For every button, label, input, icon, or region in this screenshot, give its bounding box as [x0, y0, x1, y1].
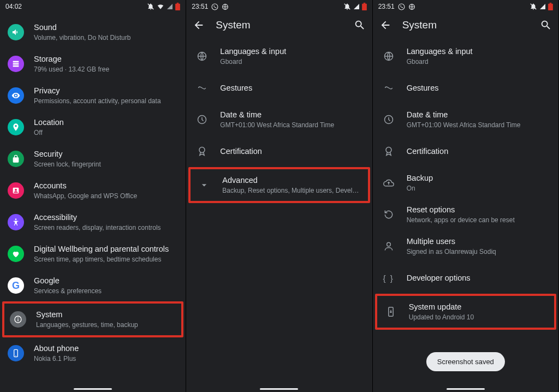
svg-point-6	[15, 94, 16, 96]
system-panel-collapsed: 23:51 System Languages & inputGboard Ges…	[186, 0, 372, 392]
highlight-box: System updateUpdated to Android 10	[375, 294, 556, 330]
row-title: Certification	[220, 146, 364, 157]
row-title: Location	[34, 117, 178, 128]
page-header: System	[373, 13, 558, 37]
system-item-languages[interactable]: Languages & inputGboard	[373, 40, 558, 72]
browser-icon	[408, 3, 415, 10]
google-icon: G	[8, 277, 24, 294]
row-sub: Permissions, account activity, personal …	[34, 97, 178, 105]
row-title: Privacy	[34, 86, 178, 96]
settings-item-storage[interactable]: Storage79% used · 13.42 GB free	[0, 48, 186, 80]
row-title: Backup	[407, 173, 551, 183]
accounts-icon	[8, 182, 24, 199]
page-title: System	[402, 19, 529, 31]
gestures-icon	[380, 80, 397, 96]
signal-icon	[166, 3, 173, 10]
row-title: Date & time	[220, 110, 364, 120]
row-title: Gestures	[407, 83, 551, 93]
system-icon	[10, 311, 26, 328]
settings-item-sound[interactable]: SoundVolume, vibration, Do Not Disturb	[0, 16, 186, 48]
clock-icon	[380, 111, 397, 128]
toast-screenshot-saved[interactable]: Screenshot saved	[426, 352, 505, 371]
svg-point-8	[15, 189, 17, 191]
code-icon: { }	[380, 270, 397, 286]
row-sub: WhatsApp, Google and WPS Office	[34, 192, 178, 200]
clock: 04:02	[5, 3, 22, 10]
row-sub: Nokia 6.1 Plus	[34, 354, 178, 363]
system-update-icon	[383, 304, 399, 320]
row-title: Accounts	[34, 181, 178, 191]
certification-icon	[380, 143, 397, 159]
settings-item-about[interactable]: About phoneNokia 6.1 Plus	[0, 337, 186, 369]
system-item-datetime[interactable]: Date & timeGMT+01:00 West Africa Standar…	[373, 104, 558, 135]
row-sub: Updated to Android 10	[409, 313, 549, 322]
system-item-advanced[interactable]: AdvancedBackup, Reset options, Multiple …	[191, 169, 367, 201]
certification-icon	[194, 143, 210, 159]
row-title: Certification	[407, 146, 551, 157]
page-header: System	[186, 13, 372, 37]
row-sub: Services & preferences	[34, 287, 178, 295]
signal-icon	[539, 3, 546, 10]
wifi-icon	[157, 3, 164, 10]
nav-handle[interactable]	[74, 388, 112, 390]
search-icon[interactable]	[354, 19, 366, 31]
system-item-reset[interactable]: Reset optionsNetwork, apps or device can…	[373, 199, 558, 230]
signal-icon	[353, 3, 360, 10]
system-item-developer[interactable]: { } Developer options	[373, 262, 558, 294]
system-item-certification[interactable]: Certification	[186, 135, 372, 167]
svg-rect-27	[550, 3, 552, 4]
row-title: Sound	[34, 22, 178, 33]
svg-rect-3	[13, 61, 19, 63]
svg-point-22	[199, 147, 205, 153]
row-title: Storage	[34, 54, 178, 64]
privacy-icon	[8, 87, 24, 104]
svg-point-31	[386, 242, 390, 246]
svg-point-30	[386, 147, 391, 153]
row-sub: Network, apps or device can be reset	[407, 216, 551, 224]
settings-item-security[interactable]: SecurityScreen lock, fingerprint	[0, 143, 186, 175]
row-sub: Screen readers, display, interaction con…	[34, 223, 178, 232]
system-item-gestures[interactable]: Gestures	[186, 72, 372, 104]
system-list: Languages & inputGboard Gestures Date & …	[373, 37, 558, 330]
page-title: System	[216, 19, 342, 31]
system-item-gestures[interactable]: Gestures	[373, 72, 558, 104]
system-item-update[interactable]: System updateUpdated to Android 10	[377, 296, 554, 328]
location-icon	[8, 119, 24, 135]
status-icons	[147, 3, 180, 10]
row-sub: Gboard	[407, 57, 551, 66]
status-bar: 23:51	[186, 0, 372, 13]
settings-item-wellbeing[interactable]: Digital Wellbeing and parental controlsS…	[0, 238, 186, 270]
nav-handle[interactable]	[447, 388, 485, 390]
settings-item-location[interactable]: LocationOff	[0, 111, 186, 143]
settings-item-privacy[interactable]: PrivacyPermissions, account activity, pe…	[0, 80, 186, 111]
settings-item-system[interactable]: SystemLanguages, gestures, time, backup	[4, 304, 181, 335]
status-icons	[343, 3, 367, 10]
system-item-certification[interactable]: Certification	[373, 135, 558, 167]
accessibility-icon	[8, 214, 24, 230]
system-item-users[interactable]: Multiple usersSigned in as Olanrewaju So…	[373, 230, 558, 262]
svg-point-11	[17, 317, 19, 318]
svg-rect-1	[175, 4, 180, 10]
row-title: Advanced	[222, 175, 362, 186]
whatsapp-icon	[398, 3, 405, 10]
user-icon	[380, 238, 397, 254]
back-icon[interactable]	[193, 19, 205, 31]
settings-item-accounts[interactable]: AccountsWhatsApp, Google and WPS Office	[0, 175, 186, 206]
search-icon[interactable]	[540, 19, 552, 31]
back-icon[interactable]	[379, 19, 391, 31]
system-item-languages[interactable]: Languages & inputGboard	[186, 40, 372, 72]
globe-icon	[380, 48, 397, 64]
system-item-backup[interactable]: BackupOn	[373, 167, 558, 199]
status-bar: 04:02	[0, 0, 186, 13]
storage-icon	[8, 56, 24, 72]
clock-icon	[194, 111, 210, 128]
row-sub: Gboard	[220, 57, 364, 66]
settings-item-accessibility[interactable]: AccessibilityScreen readers, display, in…	[0, 206, 186, 238]
row-title: Date & time	[407, 110, 551, 120]
row-title: Languages & input	[220, 46, 364, 57]
security-icon	[8, 151, 24, 167]
system-item-datetime[interactable]: Date & timeGMT+01:00 West Africa Standar…	[186, 104, 372, 135]
nav-handle[interactable]	[260, 388, 298, 390]
svg-rect-12	[17, 319, 18, 321]
settings-item-google[interactable]: G GoogleServices & preferences	[0, 270, 186, 301]
